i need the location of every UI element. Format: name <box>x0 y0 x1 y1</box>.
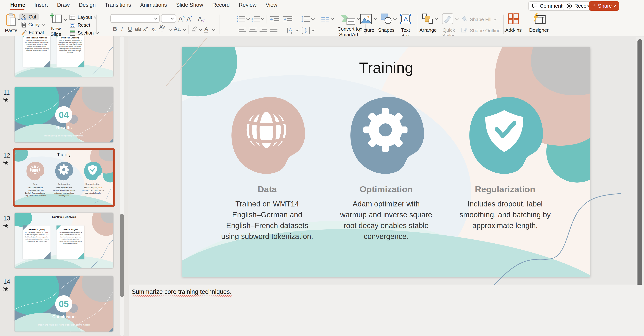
tab-transitions[interactable]: Transitions <box>105 2 131 8</box>
align-text-button[interactable] <box>302 27 310 35</box>
cut-button[interactable]: Cut <box>20 14 39 20</box>
shape-outline-row[interactable]: Shape Outline <box>470 27 505 34</box>
change-case-button[interactable]: Aa <box>174 26 181 32</box>
numbering-button[interactable]: 123 <box>251 15 260 23</box>
highlight-color-button[interactable] <box>191 25 198 33</box>
tab-slide-show[interactable]: Slide Show <box>176 2 203 8</box>
column-data[interactable]: Data Trained on WMT14 English–German and… <box>219 93 316 242</box>
notes-input[interactable]: Summarize core training techniques. <box>132 288 232 295</box>
editor-scrollbar-thumb[interactable] <box>638 39 642 296</box>
line-spacing-chevron <box>311 17 314 20</box>
bold-button[interactable]: B <box>113 26 117 32</box>
slide-number: 14 <box>3 278 10 285</box>
format-painter-button[interactable]: Format <box>21 29 44 36</box>
slide-thumbnail-14[interactable]: 05 Conclusion Impact and future directio… <box>14 276 113 331</box>
reset-button[interactable]: Reset <box>69 22 90 28</box>
tab-review[interactable]: Review <box>239 2 256 8</box>
arrange-button[interactable] <box>422 14 433 25</box>
character-spacing-button[interactable]: AV ↔ <box>159 25 166 33</box>
slide-thumbnail-13[interactable]: Results & Analysis Translation Quality T… <box>14 213 113 268</box>
bullets-button[interactable] <box>237 15 246 23</box>
designer-button[interactable] <box>532 13 546 25</box>
add-ins-button[interactable] <box>508 14 519 25</box>
align-center-button[interactable] <box>249 27 257 34</box>
column-body[interactable]: Adam optimizer with warmup and inverse s… <box>340 199 433 242</box>
subscript-button[interactable]: x₂ <box>152 26 156 32</box>
tab-design[interactable]: Design <box>79 2 96 8</box>
arrange-chevron[interactable] <box>434 17 438 20</box>
column-body[interactable]: Trained on WMT14 English–German and Engl… <box>220 199 314 242</box>
text-direction-chevron <box>295 28 298 32</box>
tab-record[interactable]: Record <box>212 2 230 8</box>
strikethrough-button[interactable]: ab <box>135 26 141 32</box>
slide-editor-canvas[interactable]: Training Data Trained on WMT14 English–G… <box>129 36 644 285</box>
globe-icon[interactable] <box>225 93 309 178</box>
new-slide-button[interactable] <box>50 13 62 25</box>
font-name-combobox[interactable] <box>110 14 160 23</box>
animation-star-icon <box>2 96 9 104</box>
share-button[interactable]: Share <box>589 1 620 11</box>
columns-button[interactable] <box>321 17 330 23</box>
column-regularization[interactable]: Regularization Includes dropout, label s… <box>456 93 554 242</box>
decrease-indent-button[interactable] <box>270 16 280 23</box>
shape-outline-button[interactable] <box>460 27 467 34</box>
column-heading[interactable]: Regularization <box>475 184 535 194</box>
gear-icon[interactable] <box>344 93 428 178</box>
tab-draw[interactable]: Draw <box>57 2 70 8</box>
reset-icon <box>69 22 75 28</box>
slide-thumbnail-10[interactable]: Feed-Forward Networks Each layer include… <box>14 36 113 77</box>
shapes-button[interactable] <box>381 14 392 25</box>
increase-font-size-button[interactable]: A^ <box>178 15 184 23</box>
picture-chevron[interactable] <box>374 17 377 20</box>
align-right-button[interactable] <box>259 27 267 34</box>
column-heading[interactable]: Optimization <box>360 184 413 194</box>
shapes-chevron[interactable] <box>393 17 396 20</box>
format-brush-icon <box>21 30 26 35</box>
slide-thumbnail-11[interactable]: 04 Results Training setup and empirical … <box>14 87 113 142</box>
copy-button[interactable]: Copy <box>21 21 44 28</box>
clear-formatting-button[interactable]: A◇ <box>198 15 205 23</box>
underline-button[interactable]: U <box>128 26 132 32</box>
quick-styles-icon <box>442 13 454 24</box>
shield-check-icon[interactable] <box>463 93 547 178</box>
text-direction-button[interactable]: A <box>286 27 294 35</box>
align-left-button[interactable] <box>238 27 246 34</box>
column-optimization[interactable]: Optimization Adam optimizer with warmup … <box>338 93 434 242</box>
column-body[interactable]: Includes dropout, label smoothing, and b… <box>458 199 552 231</box>
increase-indent-button[interactable] <box>283 16 293 23</box>
section-number: 04 <box>59 110 68 120</box>
section-button[interactable]: Section <box>69 30 98 36</box>
decrease-font-size-button[interactable]: Aˇ <box>186 15 192 23</box>
editor-slide[interactable]: Training Data Trained on WMT14 English–G… <box>182 47 590 277</box>
layout-button[interactable]: Layout <box>69 14 97 21</box>
tab-home[interactable]: Home <box>10 2 25 8</box>
shape-fill-label: Shape Fill <box>470 17 492 22</box>
superscript-glyph: x² <box>143 26 148 32</box>
chevron-down-icon <box>614 4 616 7</box>
shape-fill-button[interactable] <box>460 16 467 23</box>
font-size-combobox[interactable] <box>161 14 176 23</box>
line-spacing-button[interactable] <box>301 16 310 23</box>
italic-button[interactable]: I <box>121 26 123 32</box>
thumbnail-scrollbar-thumb[interactable] <box>120 214 124 297</box>
justify-button[interactable] <box>270 27 278 34</box>
convert-smartart-button[interactable] <box>340 14 356 27</box>
slide-title-textbox[interactable]: Training <box>182 59 590 76</box>
tab-view[interactable]: View <box>266 2 277 8</box>
slide-thumbnail-12-selected[interactable]: Training Data Trained on WMT14 English–G… <box>14 150 113 205</box>
increase-font-glyph: A <box>178 15 183 23</box>
tab-animations[interactable]: Animations <box>140 2 167 8</box>
picture-button[interactable] <box>360 14 372 25</box>
font-color-button[interactable]: A <box>204 26 208 33</box>
text-box-button[interactable]: A <box>400 14 411 25</box>
quick-styles-button[interactable] <box>442 13 454 25</box>
tab-insert[interactable]: Insert <box>34 2 48 8</box>
paste-button[interactable] <box>6 13 17 26</box>
card-corner-triangle <box>78 252 84 259</box>
superscript-button[interactable]: x² <box>143 26 148 32</box>
new-slide-dropdown-chevron[interactable] <box>64 17 67 21</box>
shape-fill-row[interactable]: Shape Fill <box>470 16 496 23</box>
column-heading[interactable]: Data <box>258 184 277 194</box>
vertical-align-icon <box>302 27 310 34</box>
notes-pane[interactable]: Summarize core training techniques. <box>129 285 644 336</box>
